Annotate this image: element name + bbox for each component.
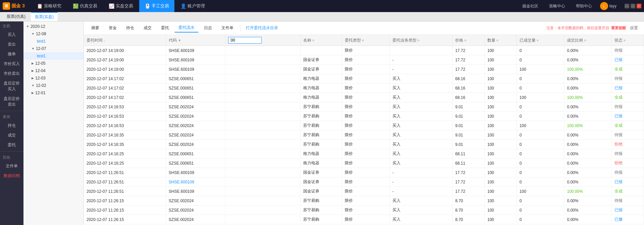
cell-filled-qty-10: 0	[517, 140, 564, 149]
sidebar-after-sell[interactable]: 盘后定价卖出	[0, 94, 23, 109]
nav-right: 掘金社区 策略中心 帮助中心 L layy — □ ×	[520, 2, 641, 10]
sidebar-files[interactable]: 文件单	[0, 161, 23, 171]
help-center-link[interactable]: 帮助中心	[573, 2, 595, 10]
cell-qty-7: 100	[484, 112, 517, 121]
col-code[interactable]: 代码 ▼	[166, 35, 225, 46]
cell-fill-ratio-4: 0.00%	[564, 83, 612, 93]
col-time[interactable]: 委托时间 ↓	[84, 35, 166, 46]
tree-12-08-test1[interactable]: test1	[23, 38, 84, 45]
cell-qty-3: 100	[484, 74, 517, 83]
cell-price-3: 68.16	[452, 74, 485, 83]
cell-code-14[interactable]: SHSE.600109	[166, 177, 225, 187]
col-name[interactable]: 名称 ≡	[300, 35, 342, 46]
cell-name-1: 国金证券	[300, 55, 342, 65]
tab-orders[interactable]: 委托	[157, 24, 173, 32]
chevron-12-03: ▶	[32, 76, 34, 80]
tree-12-07[interactable]: ▼ 12-07	[23, 45, 84, 52]
tree-12-07-test1[interactable]: test1	[23, 52, 84, 60]
cell-filter-4	[225, 83, 300, 93]
cell-order-type-15: 限价	[342, 187, 389, 196]
tree-label-12-04: 12-04	[35, 68, 46, 73]
cell-filled-qty-18: 0	[517, 215, 564, 224]
sidebar-cancel[interactable]: 撤单	[0, 49, 23, 59]
sidebar-positions[interactable]: 持仓	[0, 121, 23, 130]
tree-12-01[interactable]: ▶ 12-01	[23, 89, 84, 97]
col-biz-type[interactable]: 委托业务类型 ≡	[389, 35, 452, 46]
tab-sim-stocks[interactable]: 股票(仿真)	[3, 12, 30, 21]
tab-positions[interactable]: 持仓	[122, 24, 138, 32]
cell-qty-18: 100	[484, 215, 517, 224]
tree-12-02[interactable]: ▼ 12-02	[23, 82, 84, 89]
sub-tabs: 股票(仿真) 股票(实盘)	[0, 12, 644, 21]
tab-order-flow[interactable]: 委托流水	[174, 23, 199, 33]
table-row: 2020-12-07 11:26:51 SHSE.600109 国金证券 限价 …	[84, 168, 644, 177]
minimize-button[interactable]: —	[625, 4, 629, 8]
nav-account[interactable]: 👤 账户管理	[175, 0, 210, 12]
col-order-type[interactable]: 委托类型 ≡	[342, 35, 389, 46]
cell-fill-ratio-13: 0.00%	[564, 168, 612, 177]
tree-label-12-07: 12-07	[36, 46, 46, 51]
tree-12-08[interactable]: ▼ 12-08	[23, 30, 84, 38]
close-button[interactable]: ×	[637, 4, 641, 8]
table-container[interactable]: 委托时间 ↓ 代码 ▼ 名称 ≡ 委托类型 ≡ 委托业务类型 ≡ 价格 ≡ 数量…	[84, 35, 644, 225]
tree-2020-12[interactable]: ▼ 2020-12	[23, 23, 84, 30]
sidebar-trades[interactable]: 成交	[0, 130, 23, 140]
cell-filter-17	[225, 206, 300, 215]
tab-summary[interactable]: 摘要	[87, 24, 103, 32]
nav-manual-trade-label: 手工交易	[152, 3, 169, 9]
filter-icon-code: ▼	[178, 39, 181, 42]
tree-label-12-01: 12-01	[35, 91, 46, 95]
cell-biz-type-7: 买入	[389, 112, 452, 121]
tab-trades[interactable]: 成交	[140, 24, 156, 32]
code-filter-input[interactable]	[228, 37, 262, 44]
col-fill-ratio[interactable]: 成交比例 ≡	[564, 35, 612, 46]
nav-sim-trade[interactable]: 💹 仿真交易	[67, 0, 103, 12]
sidebar-sell[interactable]: 卖出	[0, 40, 23, 49]
table-row: 2020-12-07 14:16:25 SZSE.000651 格力电器 限价 …	[84, 159, 644, 168]
tree-12-05[interactable]: ▶ 12-05	[23, 60, 84, 67]
top-nav: 掘 掘金 3 📋 策略研究 💹 仿真交易 📈 实盘交易 🖱️ 手工交易 👤 账户…	[0, 0, 644, 12]
tab-files[interactable]: 文件单	[217, 24, 237, 32]
cell-price-9: 9.01	[452, 130, 485, 140]
sim-trade-icon: 💹	[73, 3, 78, 9]
col-filter-input[interactable]	[225, 35, 300, 46]
orders-table: 委托时间 ↓ 代码 ▼ 名称 ≡ 委托类型 ≡ 委托业务类型 ≡ 价格 ≡ 数量…	[84, 35, 644, 224]
cell-filter-13	[225, 168, 300, 177]
sidebar-buy[interactable]: 买入	[0, 30, 23, 40]
settings-btn[interactable]: 设置	[627, 24, 641, 32]
chevron-12-01: ▶	[32, 91, 34, 95]
open-dir-link[interactable]: 打开委托流水目录	[243, 24, 281, 32]
chevron-12-08: ▼	[32, 32, 35, 36]
tab-log[interactable]: 日志	[200, 24, 216, 32]
tab-funds[interactable]: 资金	[105, 24, 121, 32]
maximize-button[interactable]: □	[631, 4, 635, 8]
nav-manual-trade[interactable]: 🖱️ 手工交易	[139, 0, 174, 12]
sidebar-data-archive[interactable]: 数据归档	[0, 171, 23, 181]
col-status[interactable]: 状态 ≡	[612, 35, 644, 46]
filter-icon-status: ≡	[624, 39, 626, 42]
manual-trade-icon: 🖱️	[145, 3, 150, 9]
table-row: 2020-12-07 14:19:00 SHSE.600109 国金证券 限价 …	[84, 65, 644, 74]
cell-price-7: 9.01	[452, 112, 485, 121]
cell-order-type-8: 限价	[342, 121, 389, 130]
sidebar-after-buy[interactable]: 盘后定价买入	[0, 78, 23, 94]
col-price[interactable]: 价格 ≡	[452, 35, 485, 46]
nav-live-trade[interactable]: 📈 实盘交易	[103, 0, 139, 12]
other-section-title: 其他	[0, 153, 23, 161]
sidebar-divider-1	[0, 111, 23, 111]
strategy-center-link[interactable]: 策略中心	[546, 2, 568, 10]
cell-name-8: 苏宁易购	[300, 121, 342, 130]
sidebar-market-sell[interactable]: 市价卖出	[0, 69, 23, 78]
tree-12-03[interactable]: ▶ 12-03	[23, 74, 84, 82]
nav-strategy[interactable]: 📋 策略研究	[32, 0, 67, 12]
user-info[interactable]: L layy	[600, 2, 616, 10]
cell-code-2: SHSE.600109	[166, 65, 225, 74]
sidebar-market-buy[interactable]: 市价买入	[0, 59, 23, 69]
cell-order-type-12: 限价	[342, 159, 389, 168]
tab-live-stocks[interactable]: 股票(实盘)	[31, 12, 58, 21]
sidebar-orders[interactable]: 委托	[0, 140, 23, 150]
tree-12-04[interactable]: ▶ 12-04	[23, 67, 84, 74]
col-filled-qty[interactable]: 已成交量 ≡	[517, 35, 564, 46]
community-link[interactable]: 掘金社区	[520, 2, 541, 10]
col-qty[interactable]: 数量 ≡	[484, 35, 517, 46]
